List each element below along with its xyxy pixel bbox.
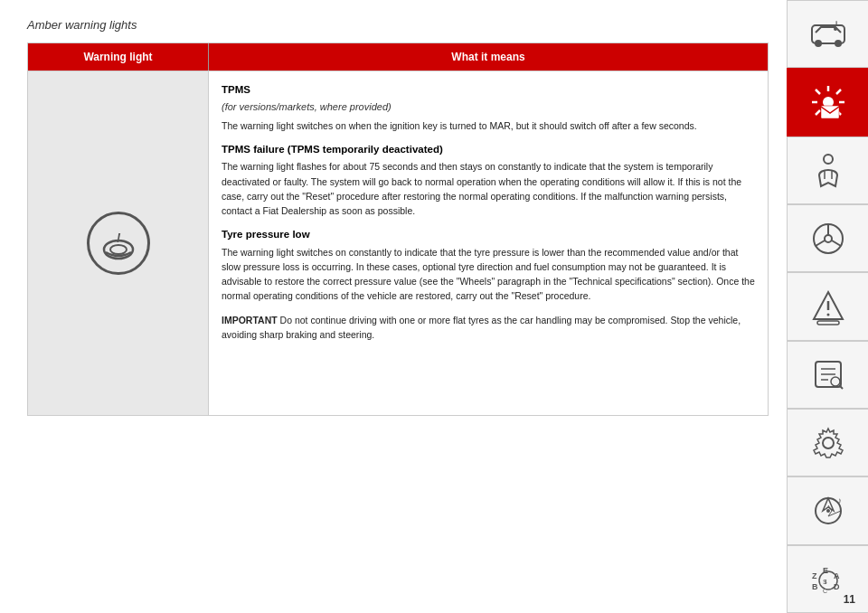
svg-text:Z: Z <box>812 571 817 580</box>
warning-table: Warning light What it means ! <box>27 42 769 416</box>
svg-point-34 <box>823 438 834 448</box>
index-icon: Z B E S C A D i <box>808 559 848 599</box>
tpms-failure-body: The warning light flashes for about 75 s… <box>222 159 755 218</box>
sidebar-item-breakdown[interactable] <box>787 272 868 340</box>
tpms-body-1: The warning light switches on when the i… <box>222 118 755 133</box>
svg-text:i: i <box>835 19 837 27</box>
sidebar-item-steering[interactable] <box>787 204 868 272</box>
sidebar-item-car-info[interactable]: i <box>787 0 868 68</box>
settings-icon <box>808 423 848 463</box>
svg-point-18 <box>824 155 833 164</box>
sidebar-item-warning-lights[interactable] <box>787 68 868 136</box>
svg-text:B: B <box>812 582 818 591</box>
svg-line-33 <box>839 385 843 389</box>
svg-point-36 <box>826 509 830 513</box>
steering-icon <box>808 219 848 259</box>
table-header: Warning light What it means <box>28 43 768 71</box>
tyre-pressure-title: Tyre pressure low <box>222 227 755 242</box>
svg-line-16 <box>816 110 820 115</box>
maintenance-icon <box>808 354 848 394</box>
page-number: 11 <box>844 593 855 606</box>
important-notice: IMPORTANT Do not continue driving with o… <box>222 313 755 343</box>
navigation-icon: ♪ <box>808 491 848 531</box>
svg-point-4 <box>815 40 822 47</box>
safety-icon <box>808 150 848 190</box>
important-label: IMPORTANT <box>222 315 278 325</box>
tpms-failure-title: TPMS failure (TPMS temporarily deactivat… <box>222 142 755 157</box>
tpms-subtitle: (for versions/markets, where provided) <box>222 99 755 115</box>
svg-rect-27 <box>817 321 839 325</box>
svg-point-26 <box>826 313 829 316</box>
svg-point-20 <box>825 235 832 242</box>
table-row: ! TPMS (for versions/markets, where prov… <box>28 71 768 415</box>
breakdown-icon <box>808 287 848 326</box>
sidebar-item-navigation[interactable]: ♪ <box>787 476 868 544</box>
svg-text:E: E <box>823 566 828 575</box>
svg-line-22 <box>816 240 825 246</box>
sidebar-item-index[interactable]: Z B E S C A D i <box>787 545 868 613</box>
svg-text:♪: ♪ <box>837 495 842 505</box>
svg-text:i: i <box>825 578 826 586</box>
tpms-svg-icon: ! <box>98 222 139 264</box>
svg-line-23 <box>832 240 841 246</box>
tyre-pressure-body: The warning light switches on constantly… <box>222 245 755 304</box>
car-info-icon: i <box>808 14 848 54</box>
svg-point-5 <box>835 40 842 47</box>
sidebar-item-safety[interactable] <box>787 137 868 204</box>
svg-text:!: ! <box>116 231 120 245</box>
warning-light-icon-cell: ! <box>28 71 209 415</box>
tpms-icon: ! <box>87 212 150 275</box>
svg-point-32 <box>831 377 840 386</box>
sidebar-item-settings[interactable] <box>787 409 868 476</box>
warning-lights-icon <box>808 82 848 122</box>
svg-line-15 <box>836 90 841 94</box>
tpms-icon-inner: ! <box>98 222 139 264</box>
page-title: Amber warning lights <box>27 18 769 32</box>
svg-point-6 <box>834 27 837 31</box>
header-col-what-it-means: What it means <box>209 43 768 71</box>
svg-line-13 <box>816 90 820 94</box>
tpms-title: TPMS <box>222 82 755 98</box>
warning-light-description: TPMS (for versions/markets, where provid… <box>209 71 768 415</box>
sidebar: i <box>787 0 868 613</box>
svg-rect-17 <box>821 106 839 118</box>
main-content: Amber warning lights Warning light What … <box>0 0 787 613</box>
svg-point-1 <box>110 245 127 254</box>
sidebar-item-maintenance[interactable] <box>787 341 868 409</box>
header-col-warning-light: Warning light <box>28 43 209 71</box>
